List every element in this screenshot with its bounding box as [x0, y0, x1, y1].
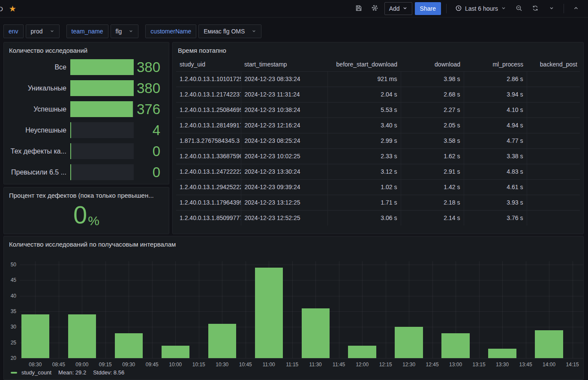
- table-cell-download: 2.14 s: [401, 210, 464, 226]
- variable-selected-env: prod: [31, 28, 43, 35]
- panel-title[interactable]: Количество исследований по получасовым и…: [4, 236, 583, 248]
- legend-swatch: [11, 372, 17, 374]
- table-cell-start_timestamp: 2024-12-23 08:25:24: [241, 133, 327, 148]
- bar-gauge-track: [70, 101, 134, 117]
- column-header-download[interactable]: download: [401, 57, 464, 71]
- x-axis-tick-label: 09:00: [75, 362, 88, 368]
- chart-bar[interactable]: [68, 314, 96, 358]
- chart-bar[interactable]: [441, 333, 469, 358]
- chart-bar[interactable]: [208, 324, 236, 358]
- panel-stage-times: Время поэтапно study_uidstart_timestampb…: [172, 42, 584, 234]
- gridline: [20, 358, 583, 359]
- gridline: [246, 261, 246, 358]
- table-cell-backend_post: [527, 195, 580, 210]
- panel-title[interactable]: Количество исследований: [4, 42, 169, 54]
- save-dashboard-button[interactable]: [352, 2, 366, 15]
- refresh-button[interactable]: [528, 2, 542, 15]
- favorite-star-icon[interactable]: ★: [9, 5, 16, 13]
- chart-bar[interactable]: [162, 346, 189, 358]
- y-axis-tick-label: 30: [3, 324, 16, 330]
- panel-halfhour-chart: Количество исследований по получасовым и…: [3, 236, 584, 380]
- chart-bar[interactable]: [115, 333, 143, 358]
- table-cell-before_start_download: 3.12 s: [327, 164, 401, 179]
- bar-gauge-label: Тех дефекты ка...: [4, 148, 70, 155]
- bar-gauge-fill: [70, 164, 71, 180]
- table-cell-ml_process: 4.77 s: [464, 133, 527, 148]
- collapse-toolbar-button[interactable]: [569, 2, 583, 15]
- chart-bar[interactable]: [255, 268, 283, 358]
- variable-selected-team-name: flg: [116, 28, 122, 35]
- bar-gauge-fill: [70, 143, 71, 159]
- bar-gauge-label: Успешные: [4, 106, 70, 113]
- gridline: [292, 261, 293, 358]
- chart-bar[interactable]: [348, 346, 376, 358]
- table-cell-backend_post: [527, 164, 580, 179]
- table-row: 1.2.40.0.13.1.850997772024-12-23 12:52:2…: [176, 210, 580, 226]
- chart-bar[interactable]: [488, 349, 516, 358]
- bar-gauge-track: [70, 80, 134, 96]
- x-axis-tick-label: 10:15: [192, 362, 205, 368]
- time-range-label: Last 6 hours: [465, 5, 498, 12]
- x-axis-tick-label: 09:15: [99, 362, 112, 368]
- variable-value-customer-name[interactable]: Емиас flg OMS: [198, 24, 261, 38]
- chart-plot-area: 2025303540455008:3008:4509:0009:1509:300…: [20, 261, 583, 358]
- column-header-start_timestamp[interactable]: start_timestamp: [241, 57, 327, 71]
- table-cell-study_uid: 1.2.40.0.13.1.24722222: [176, 164, 241, 179]
- x-axis-tick-label: 13:30: [496, 362, 509, 368]
- chart-bar[interactable]: [302, 308, 330, 358]
- variable-value-env[interactable]: prod: [26, 24, 60, 38]
- x-axis-tick-label: 08:45: [52, 362, 65, 368]
- gridline: [105, 261, 106, 358]
- gridline: [20, 280, 583, 280]
- panel-title[interactable]: Время поэтапно: [173, 42, 583, 54]
- table-cell-start_timestamp: 2024-12-23 09:39:24: [241, 179, 327, 195]
- refresh-icon: [532, 5, 539, 13]
- x-axis-tick-label: 09:30: [122, 362, 135, 368]
- table-cell-ml_process: 4.83 s: [464, 164, 527, 179]
- variable-selected-customer-name: Емиас flg OMS: [204, 28, 245, 35]
- stat-value: 0 %: [4, 200, 169, 230]
- table-cell-download: 1.42 s: [401, 179, 464, 195]
- table-cell-study_uid: 1.2.40.0.13.1.25084699: [176, 102, 241, 118]
- legend-series-label[interactable]: study_count: [21, 369, 51, 376]
- column-header-backend_post[interactable]: backend_post: [527, 57, 580, 71]
- bar-gauge-label: Неуспешные: [4, 127, 70, 134]
- variable-customer-name: customerName Емиас flg OMS: [145, 24, 261, 38]
- chevron-down-icon: [549, 6, 554, 12]
- chart-legend: study_count Mean: 29.2 Stddev: 8.56: [11, 369, 124, 376]
- zoom-out-time-button[interactable]: [512, 2, 526, 15]
- gridline: [199, 261, 199, 358]
- chart-bar[interactable]: [21, 314, 49, 358]
- chart-bar[interactable]: [535, 330, 563, 358]
- table-cell-start_timestamp: 2024-12-23 13:30:24: [241, 164, 327, 179]
- table-cell-study_uid: 1.2.40.0.13.1.29425222: [176, 179, 241, 195]
- column-header-study_uid[interactable]: study_uid: [176, 57, 241, 71]
- x-axis-tick-label: 12:00: [356, 362, 369, 368]
- table-cell-before_start_download: 1.02 s: [327, 179, 401, 195]
- refresh-interval-dropdown[interactable]: [545, 2, 558, 15]
- table-cell-study_uid: 1.2.40.0.13.1.17964399: [176, 195, 241, 210]
- gridline: [526, 261, 526, 358]
- table-cell-download: 3.58 s: [401, 133, 464, 148]
- time-range-picker[interactable]: Last 6 hours: [452, 2, 510, 15]
- variable-value-team-name[interactable]: flg: [111, 24, 139, 38]
- table-cell-before_start_download: 3.40 s: [327, 118, 401, 133]
- variable-env: env prod: [3, 24, 60, 38]
- column-header-ml_process[interactable]: ml_process: [464, 57, 527, 71]
- column-header-before_start_download[interactable]: before_start_download: [327, 57, 401, 71]
- toolbar-separator: [446, 4, 447, 13]
- table-cell-ml_process: 4.10 s: [464, 102, 527, 118]
- chart-bar[interactable]: [395, 327, 423, 358]
- table-cell-backend_post: [527, 210, 580, 226]
- table-cell-start_timestamp: 2024-12-23 10:38:24: [241, 102, 327, 118]
- table-cell-study_uid: 1.871.3.2767584345.3: [176, 133, 241, 148]
- table-cell-download: 3.98 s: [401, 71, 464, 87]
- add-button[interactable]: Add: [384, 2, 412, 15]
- dashboard-title-partial: D: [0, 5, 3, 12]
- variable-team-name: team_name flg: [66, 24, 139, 38]
- x-axis-tick-label: 14:00: [543, 362, 555, 368]
- share-button[interactable]: Share: [415, 2, 441, 15]
- panel-title[interactable]: Процент тех дефектов (пока только превыш…: [4, 187, 169, 199]
- dashboard-settings-button[interactable]: [368, 2, 382, 15]
- table-cell-study_uid: 1.2.40.0.13.1.28149917: [176, 118, 241, 133]
